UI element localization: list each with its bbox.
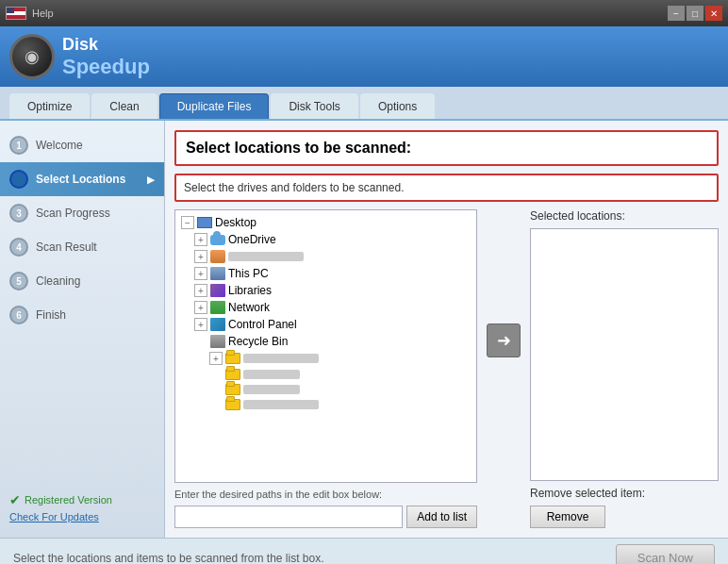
tree-item-recycle-bin[interactable]: Recycle Bin: [179, 333, 472, 350]
arrow-container: ➜: [487, 323, 521, 414]
split-pane: − Desktop + OneDrive +: [174, 209, 719, 528]
control-panel-icon: [210, 318, 225, 331]
tree-item-control-panel[interactable]: + Control Panel: [179, 316, 472, 333]
tree-item-blurred-4[interactable]: [179, 397, 472, 412]
tree-toggle-desktop[interactable]: −: [181, 216, 194, 229]
minimize-button[interactable]: −: [668, 6, 685, 21]
tree-toggle-network[interactable]: +: [194, 301, 207, 314]
instruction-text: Select the drives and folders to be scan…: [174, 174, 719, 202]
close-button[interactable]: ✕: [705, 6, 722, 21]
blurred-label-2: [243, 370, 300, 379]
main-layout: 1 Welcome 2 Select Locations ▶ 3 Scan Pr…: [0, 121, 728, 538]
step-arrow-icon: ▶: [147, 174, 155, 185]
app-header: Disk Speedup: [0, 26, 728, 87]
sidebar-steps: 1 Welcome 2 Select Locations ▶ 3 Scan Pr…: [0, 128, 164, 332]
tree-toggle-blurred-1[interactable]: +: [209, 352, 223, 365]
tab-duplicate-files[interactable]: Duplicate Files: [159, 93, 270, 119]
tree-item-blurred-1[interactable]: +: [179, 350, 472, 367]
tree-item-blurred-3[interactable]: [179, 382, 472, 397]
registered-label: Registered Version: [25, 494, 112, 506]
right-pane: Selected locations: Remove selected item…: [530, 209, 719, 528]
tree-item-desktop[interactable]: − Desktop: [179, 214, 472, 231]
scan-now-button[interactable]: Scan Now: [616, 544, 715, 564]
recycle-bin-icon: [210, 335, 225, 348]
remove-button[interactable]: Remove: [530, 506, 605, 528]
blurred-label-4: [243, 400, 319, 409]
app-logo: Disk Speedup: [9, 34, 150, 79]
tree-label-network: Network: [228, 301, 270, 314]
tab-disk-tools[interactable]: Disk Tools: [271, 93, 357, 119]
registered-version: ✔ Registered Version: [9, 492, 155, 507]
blurred-user-label: [228, 252, 304, 261]
help-link[interactable]: Help: [32, 8, 54, 19]
step-num-6: 6: [9, 306, 28, 324]
content-area: Select locations to be scanned: Select t…: [165, 121, 728, 538]
sidebar-item-select-locations[interactable]: 2 Select Locations ▶: [0, 162, 164, 196]
tree-toggle-control-panel[interactable]: +: [194, 318, 207, 331]
sidebar-item-finish[interactable]: 6 Finish: [0, 298, 164, 332]
titlebar: Help − □ ✕: [0, 0, 728, 26]
tab-clean[interactable]: Clean: [91, 93, 157, 119]
sidebar-item-scan-progress[interactable]: 3 Scan Progress: [0, 196, 164, 230]
logo-speedup: Speedup: [62, 55, 150, 79]
tree-label-libraries: Libraries: [228, 284, 272, 297]
tree-toggle-user[interactable]: +: [194, 250, 207, 263]
folder-icon-4: [225, 399, 240, 410]
cloud-icon: [210, 235, 225, 245]
folder-tree[interactable]: − Desktop + OneDrive +: [174, 209, 477, 483]
check-circle-icon: ✔: [9, 492, 21, 507]
step-num-1: 1: [9, 136, 28, 155]
folder-icon-2: [225, 369, 240, 380]
step-num-2: 2: [9, 170, 28, 189]
tree-item-onedrive[interactable]: + OneDrive: [179, 231, 472, 248]
tree-item-libraries[interactable]: + Libraries: [179, 282, 472, 299]
blurred-label-3: [243, 385, 300, 394]
bottom-hint-text: Select the locations and items to be sca…: [13, 552, 324, 565]
sidebar-item-scan-result[interactable]: 4 Scan Result: [0, 230, 164, 264]
sidebar-item-cleaning[interactable]: 5 Cleaning: [0, 264, 164, 298]
sidebar-item-scan-result-label: Scan Result: [36, 241, 97, 254]
maximize-button[interactable]: □: [687, 6, 703, 21]
enter-paths-label: Enter the desired paths in the edit box …: [174, 489, 477, 500]
folder-icon-3: [225, 384, 240, 395]
blurred-label-1: [243, 354, 319, 363]
add-to-list-button[interactable]: Add to list: [406, 506, 477, 528]
tree-label-desktop: Desktop: [215, 216, 256, 229]
tree-item-user[interactable]: +: [179, 248, 472, 265]
tree-item-network[interactable]: + Network: [179, 299, 472, 316]
titlebar-left: Help: [6, 7, 54, 20]
tree-toggle-thispc[interactable]: +: [194, 267, 207, 280]
sidebar-item-scan-progress-label: Scan Progress: [36, 207, 110, 220]
selected-locations-label: Selected locations:: [530, 209, 719, 223]
page-title: Select locations to be scanned:: [174, 130, 719, 166]
check-updates-link[interactable]: Check For Updates: [9, 511, 155, 523]
step-num-3: 3: [9, 204, 28, 223]
titlebar-controls: − □ ✕: [668, 6, 722, 21]
logo-icon: [9, 34, 55, 79]
tree-item-blurred-2[interactable]: [179, 367, 472, 382]
tree-label-control-panel: Control Panel: [228, 318, 297, 331]
nav-tabs: Optimize Clean Duplicate Files Disk Tool…: [0, 87, 728, 121]
desktop-icon: [197, 217, 212, 228]
logo-text: Disk Speedup: [62, 35, 150, 79]
folder-icon-1: [225, 353, 240, 364]
add-arrow-icon: ➜: [487, 323, 521, 357]
step-num-4: 4: [9, 238, 28, 257]
thispc-icon: [210, 267, 225, 280]
path-input[interactable]: [174, 506, 403, 528]
tree-label-recycle-bin: Recycle Bin: [228, 335, 288, 348]
tree-label-onedrive: OneDrive: [228, 233, 276, 246]
sidebar-item-welcome[interactable]: 1 Welcome: [0, 128, 164, 162]
tree-item-thispc[interactable]: + This PC: [179, 265, 472, 282]
bottom-bar: Select the locations and items to be sca…: [0, 538, 728, 564]
selected-locations-box[interactable]: [530, 228, 719, 481]
sidebar-item-select-locations-label: Select Locations: [36, 173, 125, 186]
tree-toggle-onedrive[interactable]: +: [194, 233, 207, 246]
network-icon: [210, 301, 225, 314]
sidebar-item-cleaning-label: Cleaning: [36, 274, 80, 288]
remove-selected-label: Remove selected item:: [530, 487, 719, 500]
tree-toggle-libraries[interactable]: +: [194, 284, 207, 297]
tab-optimize[interactable]: Optimize: [9, 93, 90, 119]
tree-label-thispc: This PC: [228, 267, 269, 280]
tab-options[interactable]: Options: [360, 93, 435, 119]
